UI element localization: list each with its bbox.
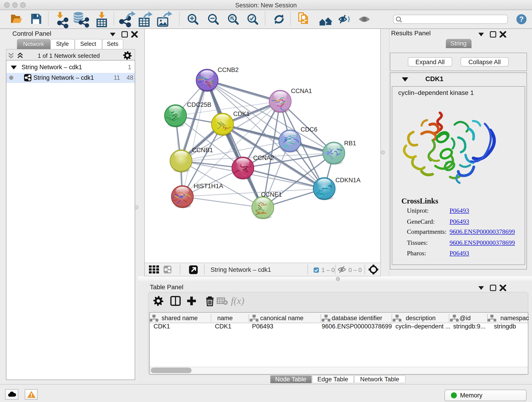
svg-text:cyclin–dependent ...: cyclin–dependent ...	[395, 323, 450, 330]
svg-text:String Network – cdk1: String Network – cdk1	[210, 266, 271, 273]
svg-text:1 – 0: 1 – 0	[322, 267, 335, 274]
svg-text:stringdb: stringdb	[494, 323, 516, 330]
svg-text:description: description	[406, 315, 436, 322]
svg-text:CDKN1A: CDKN1A	[336, 177, 361, 183]
svg-text:P06493: P06493	[252, 323, 273, 330]
svg-text:@id: @id	[460, 315, 471, 322]
svg-text:shared name: shared name	[162, 315, 198, 322]
svg-text:canonical name: canonical name	[260, 315, 303, 322]
svg-text:name: name	[217, 315, 233, 322]
svg-text:database identifier: database identifier	[332, 315, 382, 322]
svg-text:HIST1H1A: HIST1H1A	[194, 182, 223, 189]
svg-text:CCNE1: CCNE1	[261, 191, 282, 198]
svg-text:CCNA1: CCNA1	[291, 87, 312, 94]
svg-text:CDC6: CDC6	[301, 126, 317, 133]
svg-text:CDC25B: CDC25B	[187, 101, 211, 108]
svg-text:RB1: RB1	[344, 140, 356, 147]
svg-text:namespac: namespac	[500, 315, 529, 322]
svg-text:CDK1: CDK1	[233, 110, 250, 117]
svg-text:CDK1: CDK1	[215, 323, 231, 330]
svg-text:CCNB1: CCNB1	[192, 147, 213, 153]
svg-text:0 – 0: 0 – 0	[348, 267, 362, 274]
svg-text:9606.ENSP00000378699: 9606.ENSP00000378699	[322, 323, 392, 330]
svg-text:CCNA2: CCNA2	[253, 154, 274, 161]
svg-text:CCNB2: CCNB2	[218, 66, 239, 73]
svg-text:stringdb:9...: stringdb:9...	[453, 323, 486, 330]
svg-text:CDK1: CDK1	[153, 323, 170, 330]
